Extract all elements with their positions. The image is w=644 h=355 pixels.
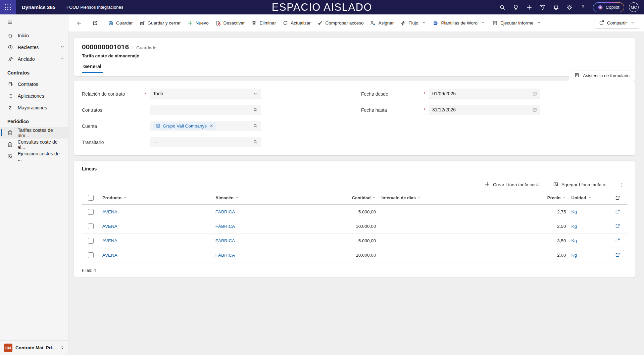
unidad-link[interactable]: Kg: [572, 253, 577, 258]
transitario-lookup-input[interactable]: ---: [150, 137, 261, 147]
back-button[interactable]: [73, 17, 85, 29]
tab-general[interactable]: General: [82, 64, 103, 73]
copilot-button[interactable]: Copilot: [593, 2, 624, 12]
cuenta-record-link[interactable]: Grupo Vall Companys: [163, 123, 207, 129]
almacen-link[interactable]: FÁBRICA: [215, 253, 235, 258]
refresh-button[interactable]: Actualizar: [279, 17, 314, 29]
search-icon[interactable]: [253, 107, 258, 112]
save-button[interactable]: Guardar: [105, 17, 136, 29]
assign-button[interactable]: Asignar: [367, 17, 397, 29]
sidebar-item-aplicaciones[interactable]: Aplicaciones: [0, 90, 68, 102]
sidebar-item-recientes[interactable]: Recientes: [0, 41, 68, 53]
search-icon[interactable]: [253, 140, 258, 144]
more-commands-icon[interactable]: [617, 180, 627, 190]
open-record-icon[interactable]: [611, 209, 624, 214]
table-row[interactable]: AVENA FÁBRICA 10.000,00 2,50 Kg: [82, 219, 627, 234]
fecha-desde-input[interactable]: 01/09/2025: [429, 89, 540, 99]
plus-icon: [188, 20, 193, 26]
delete-button[interactable]: Eliminar: [248, 17, 279, 29]
share-button[interactable]: Compartir: [595, 18, 639, 29]
row-checkbox[interactable]: [88, 223, 94, 229]
filter-icon[interactable]: [537, 1, 549, 13]
report-icon: [492, 20, 498, 26]
table-row[interactable]: AVENA FÁBRICA 5.000,00 3,50 Kg: [82, 234, 627, 248]
help-icon[interactable]: [577, 1, 589, 13]
remove-chip-icon[interactable]: [209, 123, 214, 128]
sidebar-item-anclado[interactable]: Anclado: [0, 53, 68, 65]
avatar[interactable]: MC: [629, 2, 639, 12]
field-fecha-hasta: Fecha hasta * 31/12/2026: [361, 105, 627, 115]
chevron-down-icon: [630, 20, 635, 26]
column-header-almacen[interactable]: Almacén: [213, 191, 319, 205]
environment-switcher[interactable]: CM Contrato Mat. Pri...: [0, 340, 68, 355]
sidebar-item-tarifas-costes[interactable]: Tarifas costes de alm...: [0, 127, 68, 139]
search-icon[interactable]: [496, 1, 508, 13]
unidad-link[interactable]: Kg: [572, 224, 577, 229]
row-checkbox[interactable]: [88, 209, 94, 215]
unidad-link[interactable]: Kg: [572, 238, 577, 243]
hamburger-menu-icon[interactable]: [0, 14, 68, 30]
fecha-hasta-input[interactable]: 31/12/2026: [429, 105, 540, 115]
chevron-down-icon[interactable]: [60, 44, 65, 50]
producto-link[interactable]: AVENA: [102, 238, 117, 243]
open-record-icon[interactable]: [611, 238, 624, 243]
pin-icon: [7, 56, 13, 62]
field-label: Contratos: [82, 107, 140, 113]
open-in-new-icon[interactable]: [611, 195, 624, 201]
contratos-lookup-input[interactable]: ---: [150, 105, 261, 115]
row-checkbox[interactable]: [88, 238, 94, 244]
sidebar-item-ejecucion-costes[interactable]: Ejecución costes de ...: [0, 150, 68, 162]
sidebar-item-mayoraciones[interactable]: Σ Mayoraciones: [0, 102, 68, 113]
calendar-icon[interactable]: [532, 107, 537, 112]
check-access-button[interactable]: Comprobar acceso: [314, 17, 367, 29]
open-record-icon[interactable]: [611, 223, 624, 229]
word-templates-button[interactable]: Plantillas de Word: [430, 17, 489, 29]
copilot-label: Copilot: [606, 5, 619, 10]
add-icon[interactable]: [523, 1, 535, 13]
column-header-intervalo[interactable]: Intervalo de días: [379, 191, 495, 205]
run-report-button[interactable]: Ejecutar informe: [489, 17, 545, 29]
form-assist-button[interactable]: Asistencia de formulario: [569, 70, 635, 81]
almacen-link[interactable]: FÁBRICA: [215, 238, 235, 243]
sidebar-item-consultas-coste[interactable]: Consultas coste de al...: [0, 139, 68, 150]
flow-button[interactable]: Flujo: [397, 17, 430, 29]
row-checkbox[interactable]: [88, 252, 94, 258]
notifications-bell-icon[interactable]: [550, 1, 562, 13]
switch-app-icon[interactable]: [60, 345, 65, 351]
relacion-contrato-dropdown[interactable]: Todo: [150, 89, 261, 99]
settings-gear-icon[interactable]: [563, 1, 576, 13]
producto-link[interactable]: AVENA: [102, 253, 117, 258]
environment-name[interactable]: FOOD Piensos Integraciones: [66, 5, 123, 10]
column-header-producto[interactable]: Producto: [100, 191, 213, 205]
unidad-link[interactable]: Kg: [572, 209, 577, 214]
add-line-button[interactable]: Agregar Línea tarifa c...: [550, 180, 612, 190]
open-record-icon[interactable]: [611, 252, 624, 258]
save-and-close-button[interactable]: Guardar y cerrar: [136, 17, 184, 29]
column-header-cantidad[interactable]: Cantidad: [319, 191, 379, 205]
chevron-down-icon[interactable]: [60, 56, 65, 62]
sidebar-item-inicio[interactable]: Inicio: [0, 30, 68, 41]
sidebar-item-contratos[interactable]: Contratos: [0, 78, 68, 90]
open-in-new-window-button[interactable]: [89, 17, 101, 29]
producto-link[interactable]: AVENA: [102, 224, 117, 229]
lightbulb-icon[interactable]: [510, 1, 522, 13]
app-brand[interactable]: Dynamics 365: [22, 4, 55, 10]
almacen-link[interactable]: FÁBRICA: [215, 224, 235, 229]
lines-table: Producto Almacén Cantidad Intervalo de d…: [82, 191, 627, 262]
deactivate-button[interactable]: Desactivar: [212, 17, 248, 29]
cuenta-lookup-input[interactable]: Grupo Vall Companys: [150, 121, 261, 131]
almacen-link[interactable]: FÁBRICA: [215, 209, 235, 214]
waffle-menu-icon[interactable]: [0, 0, 16, 14]
column-header-unidad[interactable]: Unidad: [569, 191, 608, 205]
producto-link[interactable]: AVENA: [102, 209, 117, 214]
select-all-checkbox[interactable]: [88, 195, 94, 201]
search-icon[interactable]: [253, 123, 258, 128]
table-row[interactable]: AVENA FÁBRICA 20.000,00 2,00 Kg: [82, 248, 627, 262]
table-row[interactable]: AVENA FÁBRICA 5.000,00 2,75 Kg: [82, 205, 627, 219]
delete-label: Eliminar: [259, 20, 276, 26]
chevron-down-icon[interactable]: [253, 91, 258, 96]
calendar-icon[interactable]: [532, 91, 537, 96]
new-button[interactable]: Nuevo: [184, 17, 212, 29]
column-header-precio[interactable]: Precio: [495, 191, 568, 205]
create-line-button[interactable]: Crear Línea tarifa cost...: [481, 180, 545, 190]
